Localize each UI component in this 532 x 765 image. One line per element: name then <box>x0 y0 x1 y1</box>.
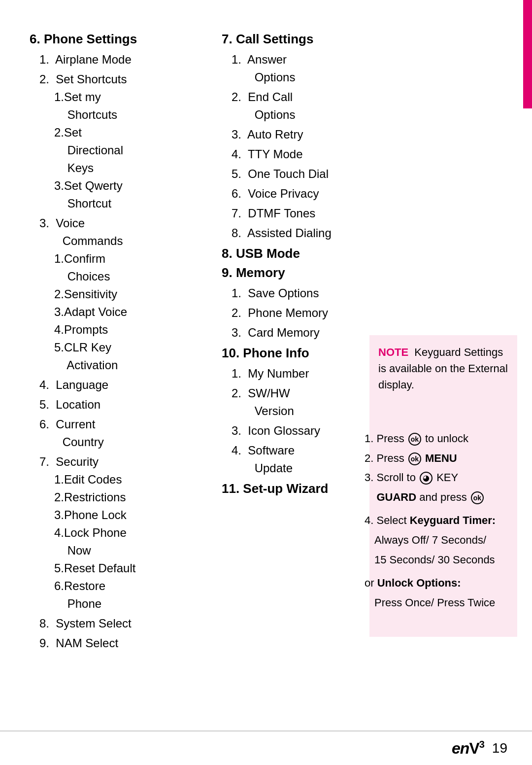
item-airplane-mode-text: 1. Airplane Mode <box>39 53 132 66</box>
call-item-voice-privacy: 6. Voice Privacy <box>222 185 424 203</box>
item-location-text: 5. Location <box>39 396 207 414</box>
page-container: 6. Phone Settings 1. Airplane Mode 2. Se… <box>0 0 532 765</box>
brand-logo: enV3 <box>452 739 484 758</box>
call-item-answer-text: 1. Answer Options <box>232 51 424 86</box>
keyguard-step4: 4. Select Keyguard Timer: <box>365 511 517 530</box>
item-language-text: 4. Language <box>39 376 207 394</box>
call-item-assisted-dialing-text: 8. Assisted Dialing <box>232 224 424 242</box>
usb-mode-header: 8. USB Mode <box>222 246 424 261</box>
memory-item-save-options: 1. Save Options <box>222 284 424 302</box>
call-item-auto-retry-text: 3. Auto Retry <box>232 126 424 143</box>
item-set-shortcuts-text: 2. Set Shortcuts <box>39 70 207 88</box>
call-settings-header: 7. Call Settings <box>222 32 424 47</box>
item-set-shortcuts: 2. Set Shortcuts 1.Set my Shortcuts 2.Se… <box>30 70 207 212</box>
sub-lock-phone-now: 4.Lock Phone Now <box>54 524 207 559</box>
phone-settings-header: 6. Phone Settings <box>30 32 207 47</box>
item-voice-commands-text: 3. Voice Commands <box>39 214 207 250</box>
keyguard-unlock-options: Press Once/ Press Twice <box>374 593 517 613</box>
sub-set-directional-keys: 2.Set Directional Keys <box>54 124 207 177</box>
item-language: 4. Language <box>30 376 207 394</box>
item-security: 7. Security 1.Edit Codes 2.Restrictions … <box>30 453 207 613</box>
keyguard-or-line: or Unlock Options: <box>365 573 517 593</box>
left-column: 6. Phone Settings 1. Airplane Mode 2. Se… <box>30 30 217 654</box>
bottom-bar: enV3 19 <box>0 730 532 765</box>
sub-adapt-voice: 3.Adapt Voice <box>54 303 207 321</box>
item-airplane-mode: 1. Airplane Mode <box>30 51 207 69</box>
ok-icon-3: ok <box>471 491 484 504</box>
sub-prompts: 4.Prompts <box>54 321 207 339</box>
keyguard-steps: 1. Press ok to unlock 2. Press ok MENU 3… <box>365 429 517 612</box>
item-nam-select-text: 9. NAM Select <box>39 634 207 652</box>
keyguard-step1: 1. Press ok to unlock <box>365 429 517 449</box>
sub-sensitivity: 2.Sensitivity <box>54 285 207 303</box>
sub-clr-key: 5.CLR Key Activation <box>54 339 207 374</box>
ok-icon-1: ok <box>408 433 421 446</box>
keyguard-step2: 2. Press ok MENU <box>365 449 517 468</box>
sub-restrictions: 2.Restrictions <box>54 488 207 506</box>
page-number: 19 <box>492 740 507 756</box>
sub-confirm-choices: 1.Confirm Choices <box>54 250 207 285</box>
call-item-auto-retry: 3. Auto Retry <box>222 126 424 143</box>
item-voice-commands: 3. Voice Commands 1.Confirm Choices 2.Se… <box>30 214 207 374</box>
item-security-text: 7. Security <box>39 453 207 471</box>
call-item-tty-mode-text: 4. TTY Mode <box>232 145 424 163</box>
call-item-end-call-text: 2. End Call Options <box>232 88 424 124</box>
memory-item-phone-memory-text: 2. Phone Memory <box>232 304 424 322</box>
keyguard-timer-options: Always Off/ 7 Seconds/15 Seconds/ 30 Sec… <box>374 530 517 569</box>
call-item-voice-privacy-text: 6. Voice Privacy <box>232 185 424 203</box>
item-system-select-text: 8. System Select <box>39 615 207 632</box>
sub-reset-default: 5.Reset Default <box>54 559 207 577</box>
item-system-select: 8. System Select <box>30 615 207 632</box>
item-current-country-text: 6. Current Country <box>39 416 207 451</box>
note-label: NOTE <box>378 346 408 358</box>
item-nam-select: 9. NAM Select <box>30 634 207 652</box>
sub-phone-lock: 3.Phone Lock <box>54 506 207 524</box>
item-location: 5. Location <box>30 396 207 414</box>
memory-item-phone-memory: 2. Phone Memory <box>222 304 424 322</box>
accent-bar <box>523 0 532 108</box>
call-item-one-touch-text: 5. One Touch Dial <box>232 165 424 183</box>
sub-set-qwerty-shortcut: 3.Set Qwerty Shortcut <box>54 177 207 212</box>
sub-edit-codes: 1.Edit Codes <box>54 471 207 488</box>
memory-header: 9. Memory <box>222 265 424 280</box>
call-item-one-touch: 5. One Touch Dial <box>222 165 424 183</box>
call-item-tty-mode: 4. TTY Mode <box>222 145 424 163</box>
item-current-country: 6. Current Country <box>30 416 207 451</box>
memory-item-save-options-text: 1. Save Options <box>232 284 424 302</box>
call-item-dtmf: 7. DTMF Tones <box>222 205 424 222</box>
call-item-answer: 1. Answer Options <box>222 51 424 86</box>
call-item-assisted-dialing: 8. Assisted Dialing <box>222 224 424 242</box>
call-item-end-call: 2. End Call Options <box>222 88 424 124</box>
sub-set-my-shortcuts: 1.Set my Shortcuts <box>54 88 207 124</box>
sub-restore-phone: 6.Restore Phone <box>54 577 207 613</box>
call-item-dtmf-text: 7. DTMF Tones <box>232 205 424 222</box>
ok-icon-2: ok <box>408 452 421 465</box>
keyguard-step3: 3. Scroll to ◕ KEY GUARD and press ok <box>365 468 517 507</box>
nav-icon: ◕ <box>420 472 432 485</box>
